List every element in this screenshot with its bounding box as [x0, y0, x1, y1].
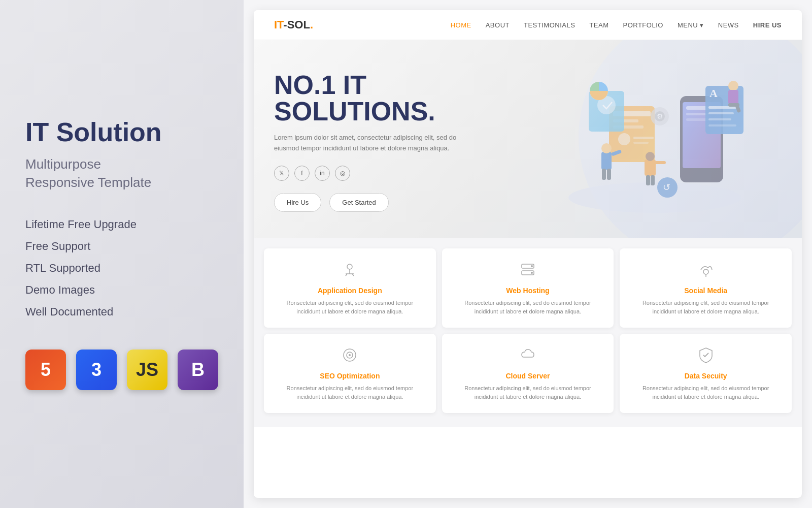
services-row1: Application Design Ronsectetur adipiscin…: [264, 248, 792, 328]
website-preview: IT-SOL. HOME ABOUT TESTIMONIALS TEAM POR…: [254, 10, 802, 498]
svg-point-48: [531, 265, 533, 267]
services-row2: SEO Optimization Ronsectetur adipiscing …: [264, 334, 792, 413]
twitter-icon[interactable]: 𝕏: [274, 166, 289, 181]
service-card-app-design: Application Design Ronsectetur adipiscin…: [264, 248, 436, 328]
hero-section: NO.1 IT SOLUTIONS. Lorem ipsum dolor sit…: [254, 40, 802, 238]
application-design-icon: [274, 261, 426, 281]
web-hosting-icon: [452, 261, 604, 281]
feature-item: Free Support: [25, 238, 218, 255]
svg-point-54: [349, 354, 351, 356]
logo: IT-SOL.: [274, 18, 313, 31]
nav-link-hire[interactable]: HIRE US: [753, 21, 782, 29]
get-started-button[interactable]: Get Started: [329, 193, 388, 212]
social-media-icon: [630, 261, 782, 281]
main-title: IT Solution: [25, 118, 218, 147]
nav-item-about[interactable]: ABOUT: [486, 20, 510, 29]
hire-us-button[interactable]: Hire Us: [274, 193, 321, 212]
web-hosting-desc: Ronsectetur adipiscing elit, sed do eius…: [452, 299, 604, 315]
feature-item: Demo Images: [25, 281, 218, 298]
social-icons: 𝕏 f in ◎: [274, 166, 528, 181]
app-design-title: Application Design: [274, 287, 426, 295]
bootstrap-icon: B: [178, 350, 218, 390]
seo-desc: Ronsectetur adipiscing elit, sed do eius…: [274, 384, 426, 401]
javascript-icon: JS: [127, 350, 167, 390]
nav-item-testimonials[interactable]: TESTIMONIALS: [524, 20, 575, 29]
nav-links: HOME ABOUT TESTIMONIALS TEAM PORTFOLIO M…: [451, 20, 782, 29]
left-panel: IT Solution Multipurpose Responsive Temp…: [0, 0, 244, 508]
nav-link-menu[interactable]: MENU ▾: [678, 21, 704, 29]
nav-link-news[interactable]: NEWS: [718, 21, 739, 29]
svg-point-50: [703, 269, 708, 274]
feature-item: RTL Supported: [25, 260, 218, 276]
security-desc: Ronsectetur adipiscing elit, sed do eius…: [630, 384, 782, 401]
features-list: Lifetime Free Upgrade Free Support RTL S…: [25, 216, 218, 325]
service-card-seo: SEO Optimization Ronsectetur adipiscing …: [264, 334, 436, 413]
seo-title: SEO Optimization: [274, 372, 426, 380]
services-section: Application Design Ronsectetur adipiscin…: [254, 238, 802, 427]
hero-buttons: Hire Us Get Started: [274, 193, 528, 212]
service-card-social-media: Social Media Ronsectetur adipiscing elit…: [620, 248, 792, 328]
nav-item-menu[interactable]: MENU ▾: [678, 20, 704, 29]
app-design-desc: Ronsectetur adipiscing elit, sed do eius…: [274, 299, 426, 315]
svg-point-41: [347, 264, 352, 269]
nav-link-about[interactable]: ABOUT: [486, 21, 510, 29]
cloud-desc: Ronsectetur adipiscing elit, sed do eius…: [452, 384, 604, 401]
nav-link-home[interactable]: HOME: [451, 21, 471, 29]
security-icon: [630, 346, 782, 367]
css3-icon: 3: [76, 350, 117, 390]
svg-point-49: [531, 272, 533, 274]
tech-icons: 5 3 JS B: [25, 350, 218, 390]
facebook-icon[interactable]: f: [294, 166, 310, 181]
instagram-icon[interactable]: ◎: [335, 166, 350, 181]
social-media-desc: Ronsectetur adipiscing elit, sed do eius…: [630, 299, 782, 315]
right-panel: IT-SOL. HOME ABOUT TESTIMONIALS TEAM POR…: [244, 0, 812, 508]
nav-item-news[interactable]: NEWS: [718, 20, 739, 29]
hero-title: NO.1 IT SOLUTIONS.: [274, 72, 528, 124]
nav-item-portfolio[interactable]: PORTFOLIO: [623, 20, 663, 29]
security-title: Data Secuity: [630, 372, 782, 380]
social-media-title: Social Media: [630, 287, 782, 295]
hero-description: Lorem ipsum dolor sit amet, consectetur …: [274, 133, 457, 154]
nav-item-hire[interactable]: HIRE US: [753, 20, 782, 29]
hero-content: NO.1 IT SOLUTIONS. Lorem ipsum dolor sit…: [274, 72, 528, 212]
navbar: IT-SOL. HOME ABOUT TESTIMONIALS TEAM POR…: [254, 10, 802, 40]
seo-icon: [274, 346, 426, 367]
html5-icon: 5: [25, 350, 66, 390]
nav-link-team[interactable]: TEAM: [589, 21, 608, 29]
nav-item-team[interactable]: TEAM: [589, 20, 608, 29]
hero-bg-shape: [579, 40, 802, 238]
nav-link-portfolio[interactable]: PORTFOLIO: [623, 21, 663, 29]
linkedin-icon[interactable]: in: [315, 166, 330, 181]
web-hosting-title: Web Hosting: [452, 287, 604, 295]
cloud-server-icon: [452, 346, 604, 367]
feature-item: Well Documented: [25, 303, 218, 320]
cloud-title: Cloud Server: [452, 372, 604, 380]
nav-link-testimonials[interactable]: TESTIMONIALS: [524, 21, 575, 29]
nav-item-home[interactable]: HOME: [451, 20, 471, 29]
subtitle: Multipurpose Responsive Template: [25, 155, 218, 192]
service-card-web-hosting: Web Hosting Ronsectetur adipiscing elit,…: [442, 248, 614, 328]
service-card-cloud: Cloud Server Ronsectetur adipiscing elit…: [442, 334, 614, 413]
service-card-security: Data Secuity Ronsectetur adipiscing elit…: [620, 334, 792, 413]
feature-item: Lifetime Free Upgrade: [25, 216, 218, 233]
